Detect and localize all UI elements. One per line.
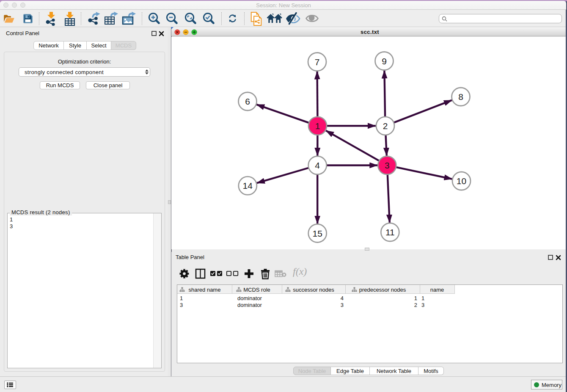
- svg-text:9: 9: [382, 56, 387, 66]
- svg-text:6: 6: [245, 97, 250, 106]
- svg-text:7: 7: [315, 57, 320, 67]
- svg-text:4: 4: [315, 160, 320, 170]
- svg-text:11: 11: [385, 227, 395, 237]
- svg-text:3: 3: [385, 160, 390, 170]
- svg-text:15: 15: [313, 229, 322, 238]
- svg-text:10: 10: [457, 176, 466, 186]
- svg-text:2: 2: [383, 121, 388, 131]
- svg-text:1: 1: [315, 121, 320, 131]
- svg-text:14: 14: [243, 181, 253, 190]
- svg-text:8: 8: [458, 92, 463, 102]
